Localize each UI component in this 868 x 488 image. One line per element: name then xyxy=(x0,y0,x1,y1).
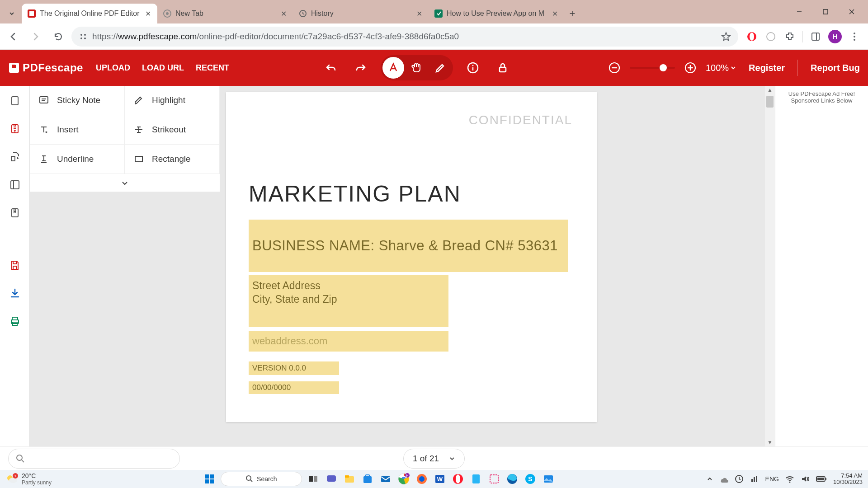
tool-insert[interactable]: Insert xyxy=(30,115,125,145)
bookmarks-icon[interactable] xyxy=(6,204,24,221)
close-icon[interactable]: ✕ xyxy=(144,9,152,18)
tool-strikeout[interactable]: Strikeout xyxy=(125,115,220,145)
close-window-button[interactable] xyxy=(839,4,864,20)
svg-rect-76 xyxy=(490,475,498,483)
battery-icon[interactable] xyxy=(816,476,827,482)
undo-button[interactable] xyxy=(321,58,341,78)
tool-sticky-note[interactable]: Sticky Note xyxy=(30,86,125,115)
metrics-icon[interactable] xyxy=(750,474,759,483)
update-icon[interactable] xyxy=(735,474,744,483)
tab-guide[interactable]: How to Use Preview App on M ✕ xyxy=(429,4,564,23)
svg-rect-5 xyxy=(434,9,443,18)
scroll-thumb[interactable] xyxy=(766,96,774,108)
back-button[interactable] xyxy=(4,27,23,46)
volume-icon[interactable] xyxy=(801,474,810,483)
tool-rectangle[interactable]: Rectangle xyxy=(125,145,220,174)
logo[interactable]: PDFescape xyxy=(8,61,83,74)
recent-button[interactable]: RECENT xyxy=(196,63,229,73)
thumbnails-icon[interactable] xyxy=(6,176,24,193)
highlight-version[interactable]: VERSION 0.0.0 xyxy=(249,361,339,375)
clock[interactable]: 7:54 AM 10/30/2023 xyxy=(833,473,863,486)
tool-highlight[interactable]: Highlight xyxy=(125,86,220,115)
svg-rect-30 xyxy=(12,97,18,105)
wifi-icon[interactable] xyxy=(785,474,794,483)
redo-button[interactable] xyxy=(351,58,371,78)
kebab-menu-icon[interactable] xyxy=(848,30,861,43)
upload-button[interactable]: UPLOAD xyxy=(96,63,130,73)
opera-ext-icon[interactable] xyxy=(745,30,758,43)
taskbar-search[interactable]: Search xyxy=(221,472,302,486)
highlight-business-name[interactable]: BUSINESS NAME: Sharve & Bread CN# 53631 xyxy=(249,220,568,272)
zoom-dropdown[interactable]: 100% xyxy=(706,63,736,73)
onedrive-icon[interactable] xyxy=(719,474,728,483)
pan-mode-button[interactable] xyxy=(406,57,428,79)
firefox-icon[interactable] xyxy=(415,472,429,486)
scroll-up-icon[interactable]: ▲ xyxy=(765,86,775,94)
tab-pdfescape[interactable]: The Original Online PDF Editor ✕ xyxy=(22,4,157,23)
site-info-icon[interactable] xyxy=(79,32,88,41)
word-icon[interactable]: W xyxy=(433,472,447,486)
mail-icon[interactable] xyxy=(379,472,392,486)
expand-tools-button[interactable] xyxy=(30,174,220,192)
zoom-slider[interactable] xyxy=(630,67,675,69)
new-tab-button[interactable]: + xyxy=(564,5,580,22)
maximize-button[interactable] xyxy=(813,4,838,20)
url-field[interactable]: https://www.pdfescape.com/online-pdf-edi… xyxy=(71,27,738,47)
search-input[interactable] xyxy=(8,449,180,469)
profile-avatar[interactable]: H xyxy=(828,30,842,43)
skype-icon[interactable]: S xyxy=(524,472,537,486)
annotate-icon[interactable] xyxy=(6,120,24,137)
vertical-scrollbar[interactable]: ▲ ▼ xyxy=(765,86,775,446)
zoom-out-button[interactable] xyxy=(604,58,624,78)
tab-newtab[interactable]: New Tab ✕ xyxy=(157,4,293,23)
explorer-icon[interactable] xyxy=(343,472,356,486)
canvas-area[interactable]: CONFIDENTIAL MARKETING PLAN BUSINESS NAM… xyxy=(220,86,775,446)
weather-widget[interactable]: 1 20°C Partly sunny xyxy=(5,472,52,486)
tab-search-dropdown[interactable] xyxy=(4,5,20,22)
insert-page-icon[interactable] xyxy=(6,148,24,165)
tab-history[interactable]: History ✕ xyxy=(293,4,429,23)
report-bug-button[interactable]: Report Bug xyxy=(811,63,860,73)
text-mode-button[interactable] xyxy=(382,57,404,79)
highlight-date[interactable]: 00/00/0000 xyxy=(249,381,339,394)
ext-icon[interactable] xyxy=(764,30,777,43)
start-button[interactable] xyxy=(203,472,216,486)
reload-button[interactable] xyxy=(49,27,68,46)
zoom-in-button[interactable] xyxy=(680,58,700,78)
close-icon[interactable]: ✕ xyxy=(279,9,288,18)
chat-icon[interactable] xyxy=(325,472,338,486)
minimize-button[interactable] xyxy=(787,4,812,20)
chrome-icon[interactable]: H xyxy=(397,472,410,486)
load-url-button[interactable]: LOAD URL xyxy=(142,63,184,73)
photos-icon[interactable] xyxy=(542,472,555,486)
page-nav-icon[interactable] xyxy=(6,92,24,109)
close-icon[interactable]: ✕ xyxy=(551,9,559,18)
taskview-icon[interactable] xyxy=(307,472,320,486)
edge-icon[interactable] xyxy=(505,472,519,486)
lock-button[interactable] xyxy=(493,58,513,78)
extensions-icon[interactable] xyxy=(783,30,796,43)
app-icon[interactable] xyxy=(469,472,483,486)
save-icon[interactable] xyxy=(6,257,24,274)
tool-underline[interactable]: Underline xyxy=(30,145,125,174)
bookmark-icon[interactable] xyxy=(721,32,731,42)
zoom-handle[interactable] xyxy=(660,64,667,71)
highlight-web[interactable]: webaddress.com xyxy=(249,331,448,352)
tray-chevron-icon[interactable] xyxy=(707,476,713,482)
download-icon[interactable] xyxy=(6,285,24,302)
forward-button[interactable] xyxy=(26,27,45,46)
register-button[interactable]: Register xyxy=(749,63,785,73)
store-icon[interactable] xyxy=(361,472,374,486)
language-indicator[interactable]: ENG xyxy=(765,475,779,483)
sidepanel-icon[interactable] xyxy=(809,30,822,43)
print-icon[interactable] xyxy=(6,313,24,330)
snip-icon[interactable] xyxy=(487,472,501,486)
page-selector[interactable]: 1 of 21 xyxy=(403,449,465,469)
close-icon[interactable]: ✕ xyxy=(415,9,423,18)
draw-mode-button[interactable] xyxy=(429,57,451,79)
highlight-address[interactable]: Street Address City, State and Zip xyxy=(249,275,448,327)
opera-icon[interactable] xyxy=(451,472,465,486)
info-button[interactable] xyxy=(463,58,483,78)
scroll-down-icon[interactable]: ▼ xyxy=(765,438,775,446)
pdf-page[interactable]: CONFIDENTIAL MARKETING PLAN BUSINESS NAM… xyxy=(226,92,597,422)
